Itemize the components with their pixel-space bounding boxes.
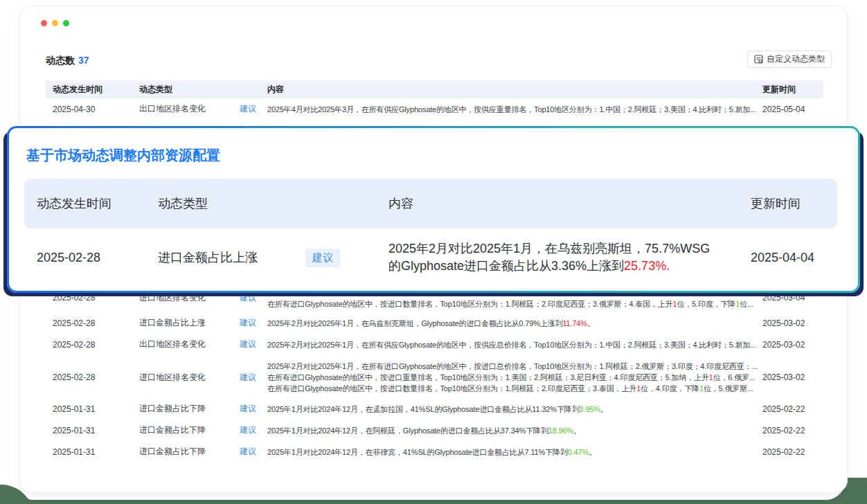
customize-icon [754,55,763,64]
maximize-window-button[interactable] [63,20,69,26]
overlay-col-content: 内容 [388,179,413,228]
row-content: 2025年2月对比2025年1月，在所有供应Glyphosate的地区中，按供应… [267,334,798,355]
row-badge-cell: 建议 [240,312,256,334]
row-type: 出口地区排名变化 [139,334,206,355]
overlay-row-time: 2025-02-28 [37,232,100,283]
minimize-window-button[interactable] [52,20,58,26]
suggestion-badge: 建议 [240,372,256,384]
row-type: 出口地区排名变化 [139,98,206,120]
overlay-table-header [24,179,837,228]
overlay-row-update: 2025-04-04 [751,232,814,283]
row-type: 进口地区排名变化 [139,357,206,398]
row-time: 2025-01-31 [53,398,95,420]
table-row: 2025-02-28出口地区排名变化建议2025年2月对比2025年1月，在所有… [46,334,823,355]
table-row: 2025-04-30出口地区排名变化建议2025年4月对比2025年3月，在所有… [46,98,823,120]
window-controls [41,20,69,26]
row-badge-cell: 建议 [240,441,256,462]
overlay-col-time: 动态发生时间 [37,179,111,228]
row-type: 进口金额占比下降 [139,441,206,462]
table-row: 2025-01-31进口金额占比下降建议2025年1月对比2024年12月，在孟… [46,398,823,420]
suggestion-badge: 建议 [240,317,256,329]
row-type: 进口金额占比上涨 [139,312,206,334]
row-content: 2025年1月对比2024年12月，在孟加拉国，41%SL的Glyphosate… [267,398,798,420]
suggestion-badge: 建议 [305,249,340,267]
row-type: 进口金额占比下降 [139,420,206,441]
row-update: 2025-03-02 [762,334,805,355]
row-time: 2025-02-28 [53,357,95,398]
col-update: 更新时间 [762,80,796,98]
overlay-row-content: 2025年2月对比2025年1月，在乌兹别亮斯坦，75.7%WSG的Glypho… [388,240,710,275]
row-time: 2025-01-31 [53,441,95,462]
customize-dynamic-type-button[interactable]: 自定义动态类型 [747,51,832,68]
row-update: 2025-02-22 [762,420,805,441]
suggestion-badge: 建议 [240,103,256,115]
row-update: 2025-05-04 [762,98,805,120]
close-window-button[interactable] [41,20,47,26]
row-update: 2025-03-02 [762,312,805,334]
row-badge-cell: 建议 [240,357,256,398]
table-row: 2025-01-31进口金额占比下降建议2025年1月对比2024年12月，在阿… [46,420,823,441]
row-update: 2025-02-22 [762,398,805,420]
row-type: 进口金额占比下降 [139,398,206,420]
row-badge-cell: 建议 [240,334,256,355]
row-time: 2025-02-28 [53,334,95,355]
row-time: 2025-02-28 [53,312,95,334]
overlay-row-type: 进口金额占比上涨 [158,232,258,283]
row-content: 2025年4月对比2025年3月，在所有供应Glyphosate的地区中，按供应… [267,98,798,120]
row-content: 2025年2月对比2025年1月，在所有进口Glyphosate的地区中，按进口… [267,357,798,398]
table-header: 动态发生时间 动态类型 内容 更新时间 [46,80,823,98]
suggestion-badge: 建议 [240,292,256,304]
row-time: 2025-01-31 [53,420,95,441]
suggestion-badge: 建议 [240,403,256,415]
table-row: 2025-02-28进口金额占比上涨建议2025年2月对比2025年1月，在乌兹… [46,312,823,334]
row-update: 2025-03-02 [762,357,805,398]
table-row: 2025-01-31进口金额占比下降建议2025年1月对比2024年12月，在菲… [46,441,823,462]
table-row: 2025-02-28进口地区排名变化建议2025年2月对比2025年1月，在所有… [46,357,823,398]
suggestion-badge: 建议 [240,446,256,458]
row-update: 2025-02-22 [762,441,805,462]
suggestion-badge: 建议 [240,339,256,350]
overlay-col-type: 动态类型 [158,179,208,228]
suggestion-badge: 建议 [240,424,256,436]
row-time: 2025-04-30 [53,98,95,120]
row-badge-cell: 建议 [240,398,256,420]
row-content: 2025年1月对比2024年12月，在菲律宾，41%SL的Glyphosate进… [267,441,798,462]
row-content: 2025年2月对比2025年1月，在乌兹别克斯坦，Glyphosate的进口金额… [267,312,798,334]
col-content: 内容 [267,80,284,98]
col-time: 动态发生时间 [53,80,102,98]
highlight-overlay-panel: 基于市场动态调整内部资源配置 动态发生时间 动态类型 内容 更新时间 2025-… [7,126,860,293]
col-type: 动态类型 [139,80,172,98]
overlay-title: 基于市场动态调整内部资源配置 [26,146,220,165]
row-badge-cell: 建议 [240,420,256,441]
overlay-col-update: 更新时间 [751,179,801,228]
row-content: 2025年1月对比2024年12月，在阿根廷，Glyphosate的进口金额占比… [267,420,798,441]
row-badge-cell: 建议 [240,98,256,120]
dynamics-count: 动态数37 [46,55,89,67]
